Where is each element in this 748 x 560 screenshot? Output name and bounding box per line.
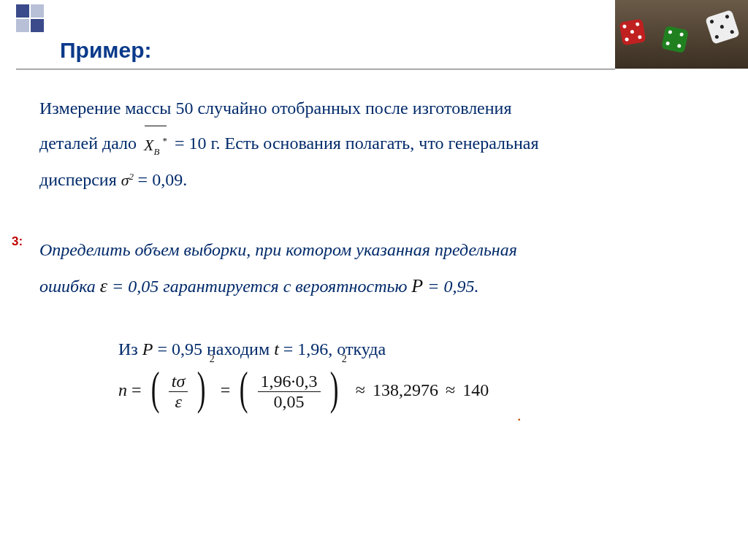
approx-symbol: ≈ — [446, 380, 455, 399]
task-text: ошибка — [39, 277, 100, 296]
square-icon — [31, 19, 44, 32]
right-paren-icon: ) — [197, 365, 206, 412]
problem-intro: Измерение массы 50 случайно отобранных п… — [39, 91, 711, 197]
left-paren-icon: ( — [240, 365, 248, 412]
intro-line-2: деталей дало XВ* = 10 г. Есть основания … — [39, 126, 711, 162]
task-statement: Определить объем выборки, при котором ук… — [39, 232, 711, 305]
sol-text: Из — [118, 340, 142, 358]
t-var: t — [274, 340, 279, 358]
task-number-label: 3: — [12, 234, 23, 249]
x-sub: В — [153, 146, 159, 157]
fraction-1: tσ ε — [169, 372, 188, 412]
slide-title: Пример: — [60, 38, 615, 63]
intro-text: = 10 г. Есть основания полагать, что ген… — [175, 134, 539, 153]
intro-line-1: Измерение массы 50 случайно отобранных п… — [39, 91, 711, 126]
exponent-2: 2 — [342, 353, 347, 364]
sol-text: = 0,95 находим — [157, 340, 274, 358]
white-die-icon — [705, 9, 740, 45]
slide-title-region: Пример: — [16, 38, 615, 63]
square-icon — [31, 4, 44, 18]
approx-symbol: ≈ — [356, 380, 365, 399]
fraction-2: 1,96·0,3 0,05 — [258, 372, 321, 412]
result-value-2: 140 — [462, 380, 489, 399]
sol-text: = 1,96, откуда — [283, 340, 386, 358]
square-icon — [16, 19, 29, 32]
task-line-1: Определить объем выборки, при котором ук… — [39, 232, 711, 267]
n-var: n — [118, 380, 127, 399]
sigma-squared-symbol: σ2 — [121, 171, 138, 189]
result-value-1: 138,2976 — [373, 380, 438, 399]
task-text: = 0,05 гарантируется с вероятностью — [112, 277, 411, 296]
intro-text: дисперсия — [39, 170, 121, 189]
denominator-1: ε — [169, 391, 188, 412]
sample-mean-symbol: XВ* — [144, 127, 167, 162]
trailing-period: . — [517, 406, 522, 425]
intro-text: = 0,09. — [138, 170, 188, 189]
intro-line-3: дисперсия σ2 = 0,09. — [39, 162, 711, 197]
dice-image — [615, 0, 748, 69]
paren-group-2: ( 1,96·0,3 0,05 ) — [236, 368, 342, 415]
numerator-1: tσ — [169, 372, 188, 391]
equals: = — [221, 380, 231, 399]
numerator-2: 1,96·0,3 — [258, 372, 321, 391]
square-icon — [16, 4, 29, 18]
title-divider — [16, 69, 615, 69]
exponent-2: 2 — [210, 353, 215, 364]
right-paren-icon: ) — [329, 365, 338, 412]
equals: = — [131, 380, 142, 399]
intro-text: деталей дало — [39, 134, 141, 153]
paren-group-1: ( tσ ε ) — [148, 368, 210, 415]
sigma-sup: 2 — [129, 171, 134, 182]
epsilon-symbol: ε — [100, 275, 107, 296]
left-paren-icon: ( — [150, 365, 159, 412]
p-var: P — [142, 340, 153, 358]
red-die-icon — [619, 18, 646, 45]
task-line-2: ошибка ε = 0,05 гарантируется с вероятно… — [39, 267, 711, 305]
x-sup: * — [162, 135, 167, 146]
denominator-2: 0,05 — [258, 391, 321, 412]
probability-symbol: P — [411, 275, 423, 296]
x-var: X — [144, 136, 153, 154]
sigma-var: σ — [121, 171, 129, 189]
sample-size-formula: n = ( tσ ε ) 2 = ( 1,96·0,3 0,05 ) 2 ≈ 1… — [118, 368, 489, 415]
task-text: = 0,95. — [427, 277, 478, 296]
green-die-icon — [661, 26, 689, 53]
